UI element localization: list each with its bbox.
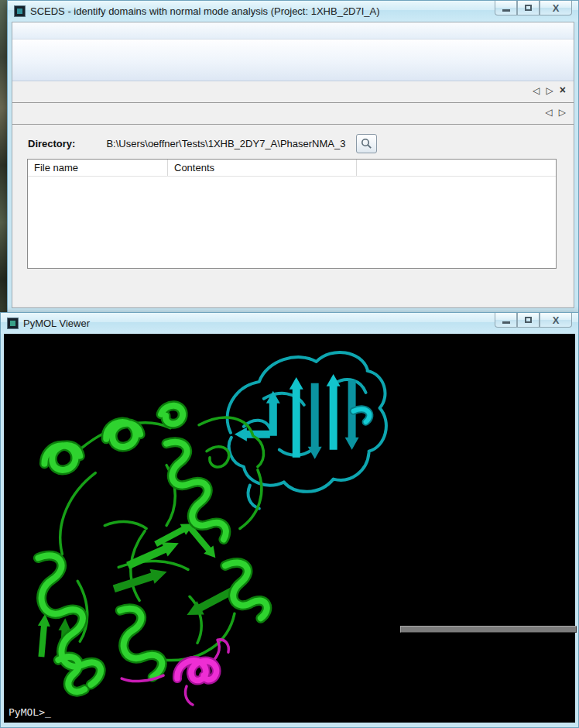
directory-value: B:\Users\oeffner\Tests\1XHB_2DY7_A\Phase… — [106, 138, 345, 149]
toolbar — [12, 39, 574, 81]
subtab-row: ◁ ▷ — [12, 103, 574, 125]
sceds-window: SCEDS - identify domains with normal mod… — [7, 0, 579, 313]
minimize-icon — [502, 321, 510, 324]
sceds-close-button[interactable]: X — [540, 1, 572, 15]
sceds-minimize-button[interactable] — [495, 1, 517, 15]
pymol-command-prompt[interactable]: PyMOL>_ — [9, 706, 51, 718]
tab-row: ◁ ▷ × — [12, 81, 574, 103]
pymol-window: PyMOL Viewer X — [0, 312, 579, 728]
maximize-icon — [525, 317, 532, 323]
pymol-body: PyMOL>_ — [4, 334, 575, 723]
tab-close-icon[interactable]: × — [560, 84, 566, 95]
sceds-window-title: SCEDS - identify domains with normal mod… — [30, 5, 380, 17]
pymol-maximize-button[interactable] — [517, 313, 540, 328]
column-header-file-name[interactable]: File name — [28, 160, 168, 176]
column-header-contents[interactable]: Contents — [168, 160, 357, 176]
close-icon: X — [553, 3, 560, 13]
molecule-viewport[interactable] — [4, 334, 396, 723]
object-panel-scrollbar[interactable] — [400, 626, 577, 633]
maximize-icon — [525, 5, 532, 11]
menubar — [12, 22, 574, 39]
file-table-header: File name Contents — [28, 160, 556, 177]
magnifier-icon — [361, 138, 372, 149]
screen: SCEDS - identify domains with normal mod… — [0, 0, 579, 728]
file-table: File name Contents — [27, 159, 557, 269]
sceds-body: ◁ ▷ × ◁ ▷ Directory: B:\Users\oeffner\Te… — [12, 22, 574, 308]
pymol-titlebar[interactable]: PyMOL Viewer X — [1, 313, 578, 334]
subtab-scroll-left-icon[interactable]: ◁ — [546, 108, 553, 117]
sceds-app-icon — [14, 5, 26, 17]
browse-directory-button[interactable] — [356, 134, 377, 153]
subtab-scroll-right-icon[interactable]: ▷ — [559, 108, 566, 117]
pymol-app-icon — [7, 318, 19, 329]
directory-label: Directory: — [28, 138, 75, 149]
sceds-maximize-button[interactable] — [517, 1, 540, 15]
sceds-titlebar[interactable]: SCEDS - identify domains with normal mod… — [8, 1, 578, 22]
results-panel: Directory: B:\Users\oeffner\Tests\1XHB_2… — [12, 125, 574, 308]
column-header-empty — [357, 160, 556, 176]
pymol-window-title: PyMOL Viewer — [23, 318, 90, 329]
tab-scroll-right-icon[interactable]: ▷ — [546, 86, 553, 95]
tab-scroll-left-icon[interactable]: ◁ — [533, 86, 540, 95]
pymol-close-button[interactable]: X — [540, 313, 572, 328]
minimize-icon — [502, 9, 510, 12]
pymol-minimize-button[interactable] — [495, 313, 517, 328]
close-icon: X — [553, 315, 560, 325]
